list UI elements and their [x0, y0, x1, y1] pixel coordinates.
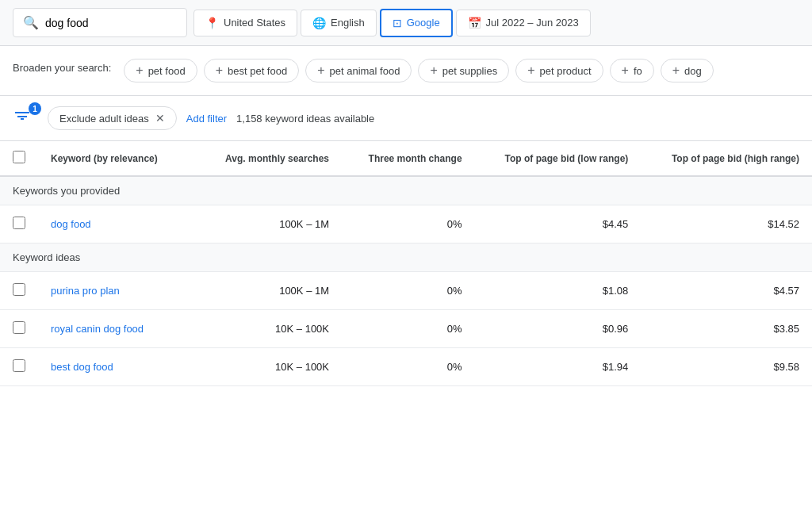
- location-label: United States: [224, 17, 285, 29]
- chip-plus-icon: +: [527, 64, 534, 77]
- chip-pet-supplies[interactable]: +pet supplies: [418, 59, 509, 82]
- add-filter-btn[interactable]: Add filter: [186, 113, 227, 125]
- chip-pet-food[interactable]: +pet food: [124, 59, 197, 82]
- location-filter-btn[interactable]: 📍 United States: [193, 10, 297, 36]
- table-body: Keywords you provided dog food 100K – 1M…: [0, 176, 812, 386]
- row-checkbox[interactable]: [13, 359, 25, 372]
- broaden-chips: +pet food+best pet food+pet animal food+…: [124, 59, 799, 82]
- three-month: 0%: [342, 310, 475, 348]
- table-container: Keyword (by relevance) Avg. monthly sear…: [0, 141, 812, 386]
- search-input[interactable]: [45, 17, 164, 29]
- chip-plus-icon: +: [430, 64, 437, 77]
- google-icon: ⊡: [393, 17, 402, 29]
- chip-fo[interactable]: +fo: [610, 59, 654, 82]
- table-row: best dog food 10K – 100K 0% $1.94 $9.58: [0, 348, 812, 386]
- chip-dog[interactable]: +dog: [661, 59, 714, 82]
- table-row: purina pro plan 100K – 1M 0% $1.08 $4.57: [0, 272, 812, 310]
- row-checkbox[interactable]: [13, 283, 25, 296]
- row-checkbox-cell[interactable]: [0, 272, 38, 310]
- chip-plus-icon: +: [672, 64, 680, 77]
- chip-label: pet product: [539, 65, 591, 77]
- avg-monthly: 100K – 1M: [197, 205, 342, 243]
- keyword-name[interactable]: royal canin dog food: [38, 310, 197, 348]
- chip-pet-animal-food[interactable]: +pet animal food: [305, 59, 412, 82]
- filter-bar: 1 Exclude adult ideas ✕ Add filter 1,158…: [0, 96, 812, 141]
- avg-monthly: 10K – 100K: [197, 310, 342, 348]
- row-checkbox[interactable]: [13, 217, 25, 229]
- table-row: royal canin dog food 10K – 100K 0% $0.96…: [0, 310, 812, 348]
- three-month: 0%: [342, 205, 475, 243]
- chip-plus-icon: +: [622, 64, 629, 77]
- chip-best-pet-food[interactable]: +best pet food: [204, 59, 300, 82]
- keyword-name[interactable]: dog food: [38, 205, 197, 243]
- row-checkbox[interactable]: [13, 321, 25, 334]
- platform-label: Google: [407, 17, 440, 29]
- exclude-remove-icon[interactable]: ✕: [155, 112, 165, 125]
- keywords-table: Keyword (by relevance) Avg. monthly sear…: [0, 141, 812, 386]
- chip-plus-icon: +: [216, 64, 223, 77]
- platform-filter-btn[interactable]: ⊡ Google: [380, 9, 453, 37]
- chip-pet-product[interactable]: +pet product: [515, 59, 603, 82]
- date-range-label: Jul 2022 – Jun 2023: [486, 17, 579, 29]
- three-month: 0%: [342, 272, 475, 310]
- avg-monthly: 100K – 1M: [197, 272, 342, 310]
- keyword-name[interactable]: best dog food: [38, 348, 197, 386]
- col-high-bid: Top of page bid (high range): [641, 141, 812, 176]
- low-bid: $1.08: [475, 272, 642, 310]
- exclude-chip[interactable]: Exclude adult ideas ✕: [48, 106, 177, 130]
- top-bar-filters: 📍 United States 🌐 English ⊡ Google 📅 Jul…: [193, 9, 799, 37]
- chip-label: pet animal food: [330, 65, 400, 77]
- keyword-name[interactable]: purina pro plan: [38, 272, 197, 310]
- date-range-btn[interactable]: 📅 Jul 2022 – Jun 2023: [456, 10, 591, 36]
- section-ideas: Keyword ideas: [0, 243, 812, 272]
- chip-plus-icon: +: [136, 64, 143, 77]
- avg-monthly: 10K – 100K: [197, 348, 342, 386]
- high-bid: $3.85: [641, 310, 812, 348]
- low-bid: $4.45: [475, 205, 642, 243]
- table-header: Keyword (by relevance) Avg. monthly sear…: [0, 141, 812, 176]
- col-three-month: Three month change: [342, 141, 475, 176]
- language-label: English: [331, 17, 365, 29]
- keyword-count: 1,158 keyword ideas available: [236, 113, 374, 125]
- location-icon: 📍: [205, 17, 219, 29]
- broaden-section: Broaden your search: +pet food+best pet …: [0, 46, 812, 96]
- high-bid: $9.58: [641, 348, 812, 386]
- row-checkbox-cell[interactable]: [0, 310, 38, 348]
- col-keyword: Keyword (by relevance): [38, 141, 197, 176]
- table-row: dog food 100K – 1M 0% $4.45 $14.52: [0, 205, 812, 243]
- section-provided: Keywords you provided: [0, 176, 812, 205]
- high-bid: $4.57: [641, 272, 812, 310]
- select-all-checkbox[interactable]: [13, 151, 25, 163]
- chip-label: fo: [634, 65, 642, 77]
- filter-badge: 1: [29, 102, 41, 115]
- row-checkbox-cell[interactable]: [0, 348, 38, 386]
- search-icon: 🔍: [23, 15, 39, 30]
- col-avg-monthly: Avg. monthly searches: [197, 141, 342, 176]
- calendar-icon: 📅: [468, 17, 481, 29]
- high-bid: $14.52: [641, 205, 812, 243]
- search-box[interactable]: 🔍: [13, 8, 187, 37]
- chip-label: pet food: [148, 65, 186, 77]
- filter-icon-wrapper[interactable]: 1: [13, 105, 38, 131]
- chip-label: dog: [684, 65, 702, 77]
- chip-label: pet supplies: [442, 65, 497, 77]
- low-bid: $0.96: [475, 310, 642, 348]
- chip-label: best pet food: [228, 65, 287, 77]
- col-checkbox: [0, 141, 38, 176]
- language-filter-btn[interactable]: 🌐 English: [301, 10, 377, 36]
- broaden-label: Broaden your search:: [13, 59, 111, 74]
- low-bid: $1.94: [475, 348, 642, 386]
- exclude-label: Exclude adult ideas: [59, 113, 149, 125]
- chip-plus-icon: +: [317, 64, 324, 77]
- row-checkbox-cell[interactable]: [0, 205, 38, 243]
- col-low-bid: Top of page bid (low range): [475, 141, 642, 176]
- three-month: 0%: [342, 348, 475, 386]
- language-icon: 🌐: [312, 17, 326, 29]
- top-bar: 🔍 📍 United States 🌐 English ⊡ Google 📅 J…: [0, 0, 812, 46]
